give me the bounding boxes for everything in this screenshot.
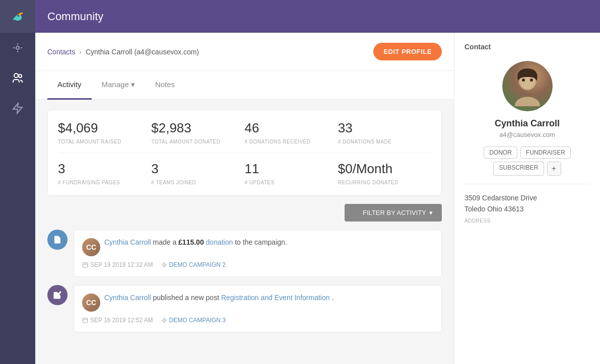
contact-avatar-image bbox=[502, 61, 553, 111]
activity-campaign-link-1[interactable]: DEMO CAMPAIGN 2 bbox=[169, 261, 226, 268]
sidebar-item-community[interactable] bbox=[0, 63, 35, 93]
activity-campaign-2[interactable]: DEMO CAMPAIGN 3 bbox=[161, 317, 226, 324]
stat-value-recurring: $0/Month bbox=[338, 161, 431, 177]
breadcrumb-contacts-link[interactable]: Contacts bbox=[47, 48, 75, 56]
activity-feed: CC Cynthia Carroll made a £115.00 donati… bbox=[47, 230, 442, 332]
activity-user-link-2[interactable]: Cynthia Carroll bbox=[104, 294, 151, 302]
stat-value-updates: 11 bbox=[245, 161, 338, 177]
contact-address-line2: Toledo Ohio 43613 bbox=[464, 203, 590, 214]
breadcrumb-separator: › bbox=[79, 48, 82, 56]
content-area: Contacts › Cynthia Carroll (a4@causevox.… bbox=[35, 33, 600, 364]
stat-value-donated: $2,983 bbox=[151, 120, 244, 136]
avatar-image: CC bbox=[82, 238, 100, 256]
stat-label-recurring: RECURRING DONATED bbox=[338, 180, 431, 185]
activity-campaign-1[interactable]: DEMO CAMPAIGN 2 bbox=[161, 261, 226, 268]
activity-post-link[interactable]: Registration and Event Information bbox=[221, 294, 330, 302]
stat-label-teams: # TEAMS JOINED bbox=[151, 180, 244, 185]
tab-manage[interactable]: Manage ▾ bbox=[92, 71, 145, 100]
svg-point-0 bbox=[18, 15, 19, 16]
contact-address-label: ADDRESS bbox=[464, 217, 590, 225]
stats-row-1: $4,069 TOTAL AMOUNT RAISED $2,983 TOTAL … bbox=[58, 120, 431, 144]
breadcrumb: Contacts › Cynthia Carroll (a4@causevox.… bbox=[47, 48, 199, 56]
contact-avatar bbox=[502, 61, 553, 111]
avatar-image: CC bbox=[82, 294, 100, 312]
activity-date-2: SEP 16 2019 12:52 AM bbox=[82, 317, 153, 324]
contact-tag-subscriber: SUBSCRIBER bbox=[493, 162, 544, 176]
stat-value-made: 33 bbox=[338, 120, 431, 136]
stat-total-donated: $2,983 TOTAL AMOUNT DONATED bbox=[151, 120, 244, 144]
tab-notes[interactable]: Notes bbox=[145, 71, 185, 100]
svg-marker-4 bbox=[13, 103, 22, 113]
stat-label-donated: TOTAL AMOUNT DONATED bbox=[151, 139, 244, 144]
add-tag-button[interactable]: + bbox=[547, 162, 561, 176]
svg-marker-11 bbox=[162, 262, 166, 267]
svg-rect-12 bbox=[83, 318, 88, 323]
contact-tag-donor: DONOR bbox=[484, 147, 517, 159]
stat-label-updates: # UPDATES bbox=[245, 180, 338, 185]
avatar: CC bbox=[82, 294, 100, 312]
contact-section-title: Contact bbox=[464, 43, 590, 51]
contact-address-line1: 3509 Cedarstone Drive bbox=[464, 192, 590, 203]
svg-point-3 bbox=[19, 75, 22, 78]
filter-by-activity-button[interactable]: FILTER BY ACTIVITY ▾ bbox=[345, 204, 442, 222]
svg-marker-16 bbox=[162, 318, 166, 323]
stat-label-raised: TOTAL AMOUNT RAISED bbox=[58, 139, 151, 144]
stat-fundraising-pages: 3 # FUNDRAISING PAGES bbox=[58, 161, 151, 185]
contact-name: Cynthia Carroll bbox=[464, 118, 590, 129]
contact-tags: DONOR FUNDRAISER SUBSCRIBER + bbox=[464, 147, 590, 176]
left-panel: Contacts › Cynthia Carroll (a4@causevox.… bbox=[35, 33, 454, 364]
contact-avatar-wrap bbox=[464, 61, 590, 111]
stat-value-raised: $4,069 bbox=[58, 120, 151, 136]
edit-profile-button[interactable]: EDIT PROFILE bbox=[373, 43, 442, 60]
stat-label-received: # DONATIONS RECEIVED bbox=[245, 139, 338, 144]
stat-value-pages: 3 bbox=[58, 161, 151, 177]
stats-area: $4,069 TOTAL AMOUNT RAISED $2,983 TOTAL … bbox=[35, 100, 454, 350]
activity-item: CC Cynthia Carroll published a new post … bbox=[47, 285, 442, 332]
activity-campaign-link-2[interactable]: DEMO CAMPAIGN 3 bbox=[169, 317, 226, 324]
activity-suffix-2: . bbox=[331, 294, 334, 302]
svg-rect-7 bbox=[83, 263, 88, 267]
tabs-bar: Activity Manage ▾ Notes bbox=[35, 71, 454, 100]
activity-action-2: published a new post bbox=[153, 294, 221, 302]
activity-user-link-1[interactable]: Cynthia Carroll bbox=[104, 238, 151, 246]
activity-text-post: CC Cynthia Carroll published a new post … bbox=[82, 294, 433, 312]
activity-action-1: made a bbox=[153, 238, 178, 246]
activity-icon-post bbox=[47, 285, 68, 305]
breadcrumb-current-page: Cynthia Carroll (a4@causevox.com) bbox=[86, 48, 199, 56]
tab-activity[interactable]: Activity bbox=[47, 71, 92, 100]
contact-email: a4@causevox.com bbox=[464, 131, 590, 138]
contact-panel: Contact Cyn bbox=[454, 33, 600, 364]
activity-type-link[interactable]: donation bbox=[206, 238, 233, 246]
stat-label-made: # DONATIONS MADE bbox=[338, 139, 431, 144]
activity-suffix-1: to the campaign. bbox=[235, 238, 287, 246]
breadcrumb-bar: Contacts › Cynthia Carroll (a4@causevox.… bbox=[35, 33, 454, 71]
stat-value-teams: 3 bbox=[151, 161, 244, 177]
activity-card-post: CC Cynthia Carroll published a new post … bbox=[74, 285, 442, 332]
avatar: CC bbox=[82, 238, 100, 256]
activity-text-donation: CC Cynthia Carroll made a £115.00 donati… bbox=[82, 238, 433, 256]
sidebar-item-dashboard[interactable] bbox=[0, 33, 35, 63]
filter-bar: FILTER BY ACTIVITY ▾ bbox=[47, 204, 442, 222]
stat-total-raised: $4,069 TOTAL AMOUNT RAISED bbox=[58, 120, 151, 144]
svg-point-20 bbox=[530, 79, 533, 82]
topbar: Community bbox=[35, 0, 600, 33]
contact-divider bbox=[464, 184, 590, 184]
main-wrapper: Community Contacts › Cynthia Carroll (a4… bbox=[35, 0, 600, 364]
stat-label-pages: # FUNDRAISING PAGES bbox=[58, 180, 151, 185]
logo[interactable] bbox=[0, 0, 35, 33]
contact-tag-fundraiser: FUNDRAISER bbox=[520, 147, 571, 159]
activity-meta-2: SEP 16 2019 12:52 AM DEMO CAMPAIGN 3 bbox=[82, 317, 433, 324]
svg-point-2 bbox=[14, 74, 18, 78]
activity-icon-donation bbox=[47, 230, 68, 250]
stat-updates: 11 # UPDATES bbox=[245, 161, 338, 185]
sidebar-item-campaigns[interactable] bbox=[0, 93, 35, 123]
app-title: Community bbox=[47, 10, 103, 23]
svg-point-1 bbox=[16, 46, 19, 49]
activity-card-donation: CC Cynthia Carroll made a £115.00 donati… bbox=[74, 230, 442, 277]
stats-card: $4,069 TOTAL AMOUNT RAISED $2,983 TOTAL … bbox=[47, 110, 442, 196]
activity-item: CC Cynthia Carroll made a £115.00 donati… bbox=[47, 230, 442, 277]
activity-meta-1: SEP 19 2019 12:32 AM DEMO CAMPAIGN 2 bbox=[82, 261, 433, 268]
stat-donations-made: 33 # DONATIONS MADE bbox=[338, 120, 431, 144]
stat-teams-joined: 3 # TEAMS JOINED bbox=[151, 161, 244, 185]
stat-value-received: 46 bbox=[245, 120, 338, 136]
